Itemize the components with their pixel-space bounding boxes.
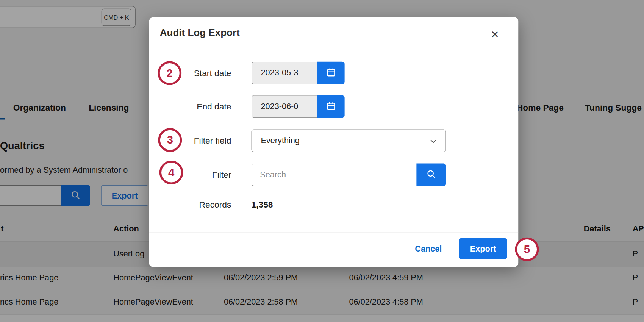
end-date-calendar-button[interactable] [317, 95, 345, 118]
page: CMD + K Organization Licensing Home Page… [0, 0, 644, 322]
audit-log-export-dialog: Audit Log Export ✕ Start date End date [149, 17, 519, 267]
start-date-input[interactable] [252, 62, 317, 84]
start-date-calendar-button[interactable] [317, 62, 345, 84]
end-date-label: End date [149, 102, 231, 111]
filter-search-button[interactable] [416, 164, 446, 186]
dialog-title: Audit Log Export [160, 27, 240, 39]
records-row: Records 1,358 [149, 196, 519, 213]
start-date-row: Start date [149, 62, 519, 84]
records-label: Records [149, 200, 231, 209]
dialog-header: Audit Log Export ✕ [149, 17, 519, 50]
filter-field-value: Everything [261, 136, 299, 145]
calendar-icon [326, 101, 336, 112]
close-icon[interactable]: ✕ [487, 26, 503, 42]
annotation-step-2: 2 [158, 61, 181, 85]
annotation-step-4: 4 [159, 161, 183, 184]
records-count: 1,358 [252, 200, 273, 209]
filter-row: Filter [149, 164, 519, 186]
filter-field-select[interactable]: Everything [252, 130, 446, 152]
filter-search-input[interactable] [252, 164, 417, 186]
chevron-down-icon [430, 136, 436, 145]
annotation-step-3: 3 [158, 128, 182, 152]
cancel-button[interactable]: Cancel [402, 238, 455, 259]
filter-field-row: Filter field Everything [149, 130, 519, 152]
end-date-row: End date [149, 95, 519, 118]
calendar-icon [326, 67, 336, 78]
export-button[interactable]: Export [459, 238, 507, 259]
end-date-input[interactable] [252, 95, 317, 118]
divider [149, 233, 519, 233]
search-icon [426, 169, 436, 180]
annotation-step-5: 5 [515, 238, 539, 261]
